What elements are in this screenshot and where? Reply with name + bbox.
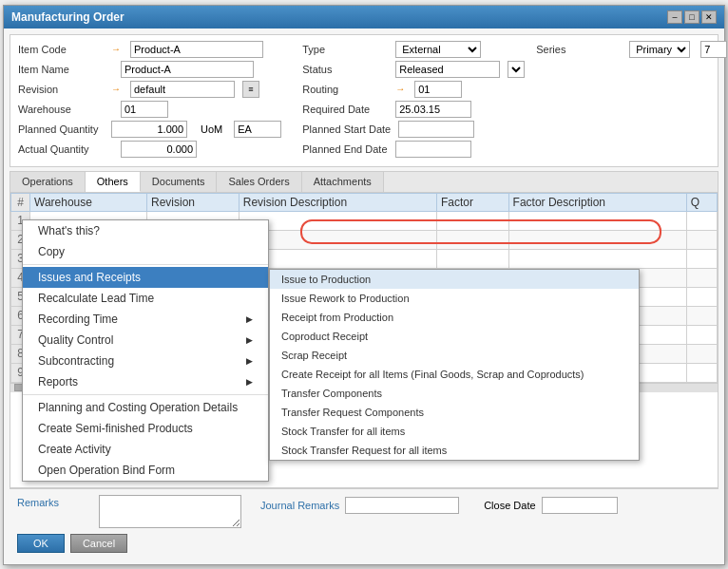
- col-revision: Revision: [146, 193, 239, 211]
- submenu-receipt-production[interactable]: Receipt from Production: [270, 308, 639, 327]
- ctx-reports[interactable]: Reports ▶: [23, 371, 268, 392]
- item-name-label: Item Name: [18, 64, 104, 75]
- col-num: #: [11, 193, 30, 211]
- type-select[interactable]: External: [395, 41, 481, 58]
- submenu: Issue to Production Issue Rework to Prod…: [269, 269, 640, 461]
- ctx-recalculate-label: Recalculate Lead Time: [38, 292, 154, 305]
- maximize-button[interactable]: □: [684, 10, 699, 24]
- planned-qty-label: Planned Quantity: [18, 123, 104, 135]
- tab-content: # Warehouse Revision Revision Descriptio…: [10, 193, 718, 487]
- series-select[interactable]: Primary: [629, 41, 690, 58]
- ctx-recording-time[interactable]: Recording Time ▶: [23, 309, 268, 330]
- button-row: OK Cancel: [17, 534, 711, 553]
- ctx-recording-time-arrow: ▶: [246, 314, 253, 324]
- tab-sales-orders[interactable]: Sales Orders: [217, 172, 301, 192]
- ctx-copy[interactable]: Copy: [23, 241, 268, 262]
- ctx-issues-receipts-label: Issues and Receipts: [38, 271, 141, 284]
- revision-arrow: →: [111, 84, 121, 94]
- ctx-reports-label: Reports: [38, 375, 78, 389]
- required-date-input[interactable]: [395, 101, 471, 118]
- ctx-quality-control-label: Quality Control: [38, 333, 113, 347]
- status-select[interactable]: ▼: [508, 61, 525, 78]
- submenu-stock-transfer-all[interactable]: Stock Transfer for all items: [270, 422, 639, 441]
- revision-detail-button[interactable]: ≡: [242, 81, 259, 98]
- window-title: Manufacturing Order: [11, 10, 125, 24]
- planned-start-input[interactable]: [398, 121, 474, 138]
- form-section: Item Code → Item Name Revision → ≡: [10, 34, 718, 167]
- ctx-quality-control-arrow: ▶: [246, 335, 253, 345]
- routing-arrow: →: [395, 84, 405, 94]
- tab-bar: Operations Others Documents Sales Orders…: [10, 172, 718, 193]
- ctx-recalculate[interactable]: Recalculate Lead Time: [23, 288, 268, 309]
- journal-remarks-input[interactable]: [345, 497, 459, 514]
- routing-input[interactable]: [414, 81, 462, 98]
- submenu-transfer-components[interactable]: Transfer Components: [270, 384, 639, 403]
- item-name-input[interactable]: [121, 61, 254, 78]
- submenu-stock-transfer-request[interactable]: Stock Transfer Request for all items: [270, 441, 639, 460]
- planned-qty-input[interactable]: [111, 121, 187, 138]
- main-content: Item Code → Item Name Revision → ≡: [4, 28, 724, 564]
- submenu-create-receipt-all[interactable]: Create Receipt for all Items (Final Good…: [270, 365, 639, 384]
- ctx-quality-control[interactable]: Quality Control ▶: [23, 330, 268, 351]
- ctx-planning-costing[interactable]: Planning and Costing Operation Details: [23, 397, 268, 418]
- col-factor: Factor: [436, 193, 508, 211]
- remarks-textarea[interactable]: [99, 495, 241, 528]
- actual-qty-input[interactable]: [121, 141, 197, 158]
- ctx-separator-2: [23, 394, 268, 395]
- tab-operations[interactable]: Operations: [10, 172, 86, 192]
- close-button[interactable]: ✕: [701, 10, 717, 24]
- planned-start-label: Planned Start Date: [302, 123, 391, 135]
- series-num-input[interactable]: [700, 41, 727, 58]
- status-label: Status: [302, 64, 388, 75]
- bottom-section: Remarks Journal Remarks Close Date OK Ca…: [10, 488, 718, 559]
- minimize-button[interactable]: –: [667, 10, 682, 24]
- submenu-scrap-receipt[interactable]: Scrap Receipt: [270, 346, 639, 365]
- col-q: Q: [686, 193, 717, 211]
- title-bar: Manufacturing Order – □ ✕: [4, 6, 724, 28]
- main-window: Manufacturing Order – □ ✕ Item Code → It: [3, 5, 725, 565]
- series-label: Series: [536, 44, 622, 55]
- warehouse-input[interactable]: [121, 101, 168, 118]
- item-code-input[interactable]: [130, 41, 263, 58]
- col-warehouse: Warehouse: [30, 193, 147, 211]
- cancel-button[interactable]: Cancel: [70, 534, 127, 553]
- uom-label: UoM: [201, 123, 222, 135]
- ctx-recording-time-label: Recording Time: [38, 313, 118, 326]
- planned-end-input[interactable]: [395, 141, 471, 158]
- revision-input[interactable]: [130, 81, 235, 98]
- ctx-create-activity[interactable]: Create Activity: [23, 439, 268, 460]
- ctx-copy-label: Copy: [38, 245, 65, 258]
- close-date-input[interactable]: [542, 497, 618, 514]
- uom-input[interactable]: [234, 121, 281, 138]
- ctx-create-activity-label: Create Activity: [38, 443, 111, 456]
- required-date-label: Required Date: [302, 104, 388, 115]
- tab-attachments[interactable]: Attachments: [302, 172, 384, 192]
- ctx-whats-this[interactable]: What's this?: [23, 220, 268, 241]
- remarks-label: Remarks: [17, 497, 93, 508]
- ctx-semi-finished-label: Create Semi-finished Products: [38, 422, 193, 435]
- item-code-label: Item Code: [18, 44, 104, 55]
- ctx-open-bind-form[interactable]: Open Operation Bind Form: [23, 460, 268, 481]
- tab-others[interactable]: Others: [86, 172, 141, 192]
- ctx-issues-receipts[interactable]: Issues and Receipts: [23, 267, 268, 288]
- item-code-arrow: →: [111, 44, 121, 54]
- revision-label: Revision: [18, 84, 104, 95]
- submenu-coproduct-receipt[interactable]: Coproduct Receipt: [270, 327, 639, 346]
- col-factor-desc: Factor Description: [508, 193, 686, 211]
- submenu-issue-production[interactable]: Issue to Production: [270, 270, 639, 289]
- ctx-semi-finished[interactable]: Create Semi-finished Products: [23, 418, 268, 439]
- ctx-reports-arrow: ▶: [246, 377, 253, 387]
- submenu-issue-rework[interactable]: Issue Rework to Production: [270, 289, 639, 308]
- tab-documents[interactable]: Documents: [141, 172, 218, 192]
- ctx-planning-costing-label: Planning and Costing Operation Details: [38, 401, 238, 414]
- status-input[interactable]: [395, 61, 500, 78]
- routing-label: Routing: [302, 84, 388, 95]
- submenu-transfer-request[interactable]: Transfer Request Components: [270, 403, 639, 422]
- ctx-subcontracting-label: Subcontracting: [38, 354, 114, 368]
- col-revision-desc: Revision Description: [239, 193, 436, 211]
- window-controls: – □ ✕: [667, 10, 717, 24]
- close-date-label: Close Date: [484, 500, 535, 511]
- ctx-subcontracting[interactable]: Subcontracting ▶: [23, 351, 268, 371]
- ok-button[interactable]: OK: [17, 534, 65, 553]
- tabs-section: Operations Others Documents Sales Orders…: [10, 171, 718, 488]
